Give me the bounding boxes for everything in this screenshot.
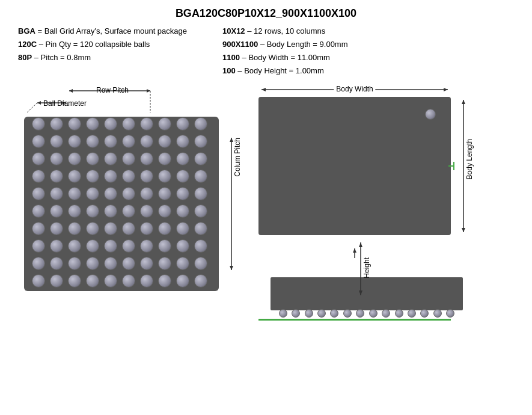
ball [194, 152, 207, 165]
term-900x1100: 900X1100 [222, 40, 258, 49]
term-bga: BGA [18, 26, 35, 35]
ball [122, 152, 135, 165]
ball [68, 274, 81, 287]
ball [104, 117, 117, 131]
ball [86, 187, 99, 200]
profile-ball [369, 309, 378, 318]
ball [32, 187, 45, 200]
height-label: Height [362, 257, 371, 278]
ball [158, 170, 171, 183]
term-10x12: 10X12 [222, 26, 245, 35]
ball [104, 152, 117, 165]
ball [86, 117, 99, 131]
desc-10x12: 10X12 – 12 rows, 10 columns [222, 25, 514, 38]
ball [122, 187, 135, 200]
desc-1100: 1100 – Body Width = 11.00mm [222, 51, 514, 64]
ball [122, 239, 135, 253]
ball [194, 204, 207, 218]
ball [86, 222, 99, 235]
svg-marker-21 [359, 290, 362, 295]
profile-ball [382, 309, 390, 318]
ball [176, 117, 189, 131]
ball [122, 170, 135, 183]
ball [176, 204, 189, 218]
profile-ball [279, 309, 287, 318]
ball [104, 222, 117, 235]
ball [68, 170, 81, 183]
ball [158, 239, 171, 253]
ball [68, 152, 81, 165]
ball [158, 204, 171, 218]
ball [176, 170, 189, 183]
profile-ball [317, 309, 326, 318]
ball [68, 257, 81, 270]
ball [50, 274, 63, 287]
ball [86, 274, 99, 287]
ball [122, 204, 135, 218]
profile-ball [420, 309, 429, 318]
ball [140, 222, 153, 235]
ball [32, 152, 45, 165]
ball [68, 204, 81, 218]
ball [122, 222, 135, 235]
ball-diameter-label: Ball Diameter [43, 99, 87, 108]
ball [158, 117, 171, 131]
ball [158, 274, 171, 287]
ball [140, 187, 153, 200]
ball [140, 239, 153, 253]
body-width-label: Body Width [334, 85, 375, 93]
right-diagrams: Body Width Body Length [246, 84, 520, 321]
ball [68, 239, 81, 253]
ball [176, 187, 189, 200]
ball [122, 117, 135, 131]
svg-marker-13 [444, 88, 448, 91]
ball [86, 170, 99, 183]
ball [176, 239, 189, 253]
ball [140, 257, 153, 270]
term-120c: 120C [18, 40, 37, 49]
ball [140, 204, 153, 218]
term-1100: 1100 [222, 53, 240, 62]
column-pitch-label: Colum Pitch [233, 138, 242, 177]
ball [176, 274, 189, 287]
row-pitch-label: Row Pitch [96, 86, 129, 94]
ball [194, 170, 207, 183]
ball [68, 222, 81, 235]
left-diagram: Row Pitch Ball Diameter Colum Pitch [12, 84, 240, 291]
ball [104, 257, 117, 270]
ball [194, 222, 207, 235]
ball [68, 135, 81, 148]
ball [158, 135, 171, 148]
ball [104, 274, 117, 287]
ball [32, 222, 45, 235]
ball [32, 257, 45, 270]
ball [194, 274, 207, 287]
right-description: 10X12 – 12 rows, 10 columns 900X1100 – B… [216, 25, 520, 78]
page-title: BGA120C80P10X12_900X1100X100 [0, 0, 532, 25]
ball [50, 257, 63, 270]
ball [194, 239, 207, 253]
profile-ball [446, 309, 454, 318]
profile-ball [330, 309, 338, 318]
svg-marker-5 [37, 101, 41, 105]
ball [104, 170, 117, 183]
ball [50, 204, 63, 218]
ball [140, 135, 153, 148]
ball [194, 117, 207, 131]
ball [86, 204, 99, 218]
svg-marker-10 [230, 266, 233, 270]
ball [86, 239, 99, 253]
profile-ball [433, 309, 442, 318]
svg-marker-15 [462, 100, 465, 104]
svg-marker-20 [359, 242, 362, 247]
profile-balls [277, 309, 457, 318]
ball [32, 135, 45, 148]
desc-80p: 80P – Pitch = 0.8mm [18, 51, 210, 64]
ball [104, 135, 117, 148]
ball [140, 152, 153, 165]
svg-marker-16 [462, 228, 465, 232]
ball [50, 239, 63, 253]
ball [176, 222, 189, 235]
ball [32, 170, 45, 183]
balls-grid [26, 111, 217, 297]
